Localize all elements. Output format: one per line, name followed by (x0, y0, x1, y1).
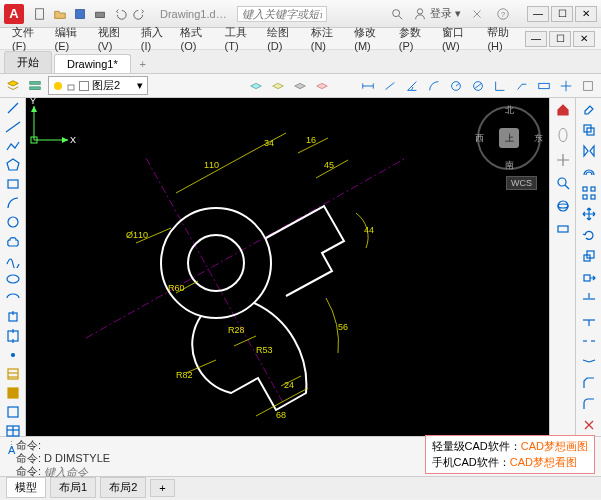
tab-drawing1[interactable]: Drawing1* (54, 54, 131, 73)
search-icon[interactable] (388, 5, 406, 23)
view-compass[interactable]: 北 南 东 西 上 (477, 106, 541, 170)
trim-icon[interactable] (579, 290, 599, 308)
orbit-icon[interactable] (553, 196, 573, 216)
dim-center-icon[interactable] (557, 77, 575, 95)
line-tool-icon[interactable] (3, 100, 23, 116)
join-icon[interactable] (579, 353, 599, 371)
ellipse-arc-icon[interactable] (3, 290, 23, 306)
explode-icon[interactable] (579, 416, 599, 434)
layer-freeze-icon[interactable] (291, 77, 309, 95)
menu-format[interactable]: 格式(O) (174, 23, 216, 54)
svg-marker-62 (31, 106, 37, 112)
home-view-icon[interactable] (553, 100, 573, 120)
full-nav-wheel-icon[interactable] (553, 123, 573, 147)
dim-arc-icon[interactable] (425, 77, 443, 95)
menu-tools[interactable]: 工具(T) (219, 23, 260, 54)
arc-tool-icon[interactable] (3, 195, 23, 211)
mirror-icon[interactable] (579, 142, 599, 160)
region-tool-icon[interactable] (3, 404, 23, 420)
fillet-icon[interactable] (579, 395, 599, 413)
dim-aligned-icon[interactable] (381, 77, 399, 95)
ellipse-tool-icon[interactable] (3, 271, 23, 287)
help-icon[interactable]: ? (494, 5, 512, 23)
menu-modify[interactable]: 修改(M) (348, 23, 391, 54)
layer-manager-icon[interactable] (4, 77, 22, 95)
polygon-tool-icon[interactable] (3, 157, 23, 173)
menu-edit[interactable]: 编辑(E) (49, 23, 90, 54)
make-block-icon[interactable] (3, 328, 23, 344)
maximize-button[interactable]: ☐ (551, 6, 573, 22)
dim-tolerance-icon[interactable] (535, 77, 553, 95)
dim-linear-icon[interactable] (359, 77, 377, 95)
layer-iso-icon[interactable] (247, 77, 265, 95)
move-icon[interactable] (579, 205, 599, 223)
table-tool-icon[interactable] (3, 423, 23, 439)
login-button[interactable]: 登录 ▾ (413, 6, 461, 21)
exchange-icon[interactable] (468, 5, 486, 23)
break-icon[interactable] (579, 332, 599, 350)
array-icon[interactable] (579, 184, 599, 202)
tab-layout-add[interactable]: + (150, 479, 174, 497)
tab-model[interactable]: 模型 (6, 477, 46, 498)
dim-diameter-icon[interactable] (469, 77, 487, 95)
menu-param[interactable]: 参数(P) (393, 23, 434, 54)
child-minimize-button[interactable]: — (525, 31, 547, 47)
dim-angular-icon[interactable] (403, 77, 421, 95)
dim-leader-icon[interactable] (513, 77, 531, 95)
layer-states-icon[interactable] (26, 77, 44, 95)
drawing-canvas[interactable]: 110 34 16 45 44 Ø110 R60 56 R53 R82 68 2… (26, 98, 549, 436)
new-file-icon[interactable] (31, 5, 49, 23)
tab-start[interactable]: 开始 (4, 51, 52, 73)
zoom-extents-icon[interactable] (553, 173, 573, 193)
rotate-icon[interactable] (579, 226, 599, 244)
circle-tool-icon[interactable] (3, 214, 23, 230)
revision-cloud-icon[interactable] (3, 233, 23, 249)
save-icon[interactable] (71, 5, 89, 23)
menu-view[interactable]: 视图(V) (92, 23, 133, 54)
insert-block-icon[interactable] (3, 309, 23, 325)
layer-off-icon[interactable] (269, 77, 287, 95)
polyline-tool-icon[interactable] (3, 138, 23, 154)
close-button[interactable]: ✕ (575, 6, 597, 22)
extend-icon[interactable] (579, 311, 599, 329)
dim-radius-icon[interactable] (447, 77, 465, 95)
redo-icon[interactable] (131, 5, 149, 23)
print-icon[interactable] (91, 5, 109, 23)
help-search-input[interactable] (237, 6, 327, 22)
construction-line-icon[interactable] (3, 119, 23, 135)
menu-dimension[interactable]: 标注(N) (305, 23, 347, 54)
tab-layout2[interactable]: 布局2 (100, 477, 146, 498)
spline-tool-icon[interactable] (3, 252, 23, 268)
rectangle-tool-icon[interactable] (3, 176, 23, 192)
erase-icon[interactable] (579, 100, 599, 118)
command-grip-icon[interactable]: ⋮ (6, 439, 16, 452)
menu-insert[interactable]: 插入(I) (135, 23, 173, 54)
tab-layout1[interactable]: 布局1 (50, 477, 96, 498)
child-maximize-button[interactable]: ☐ (549, 31, 571, 47)
hatch-tool-icon[interactable] (3, 366, 23, 382)
undo-icon[interactable] (111, 5, 129, 23)
copy-icon[interactable] (579, 121, 599, 139)
menu-help[interactable]: 帮助(H) (481, 23, 523, 54)
pan-icon[interactable] (553, 150, 573, 170)
menu-draw[interactable]: 绘图(D) (261, 23, 303, 54)
offset-icon[interactable] (579, 163, 599, 181)
child-close-button[interactable]: ✕ (573, 31, 595, 47)
chamfer-icon[interactable] (579, 374, 599, 392)
point-tool-icon[interactable] (3, 347, 23, 363)
layer-selector[interactable]: 图层2 ▾ (48, 76, 148, 95)
gradient-tool-icon[interactable] (3, 385, 23, 401)
tab-new-button[interactable]: + (133, 55, 153, 73)
show-motion-icon[interactable] (553, 219, 573, 239)
menu-file[interactable]: 文件(F) (6, 23, 47, 54)
stretch-icon[interactable] (579, 269, 599, 287)
compass-top[interactable]: 上 (499, 128, 519, 148)
scale-icon[interactable] (579, 247, 599, 265)
dim-ordinate-icon[interactable] (491, 77, 509, 95)
dim-style-icon[interactable] (579, 77, 597, 95)
wcs-badge[interactable]: WCS (506, 176, 537, 190)
menu-window[interactable]: 窗口(W) (436, 23, 480, 54)
minimize-button[interactable]: — (527, 6, 549, 22)
open-file-icon[interactable] (51, 5, 69, 23)
layer-lock-icon[interactable] (313, 77, 331, 95)
